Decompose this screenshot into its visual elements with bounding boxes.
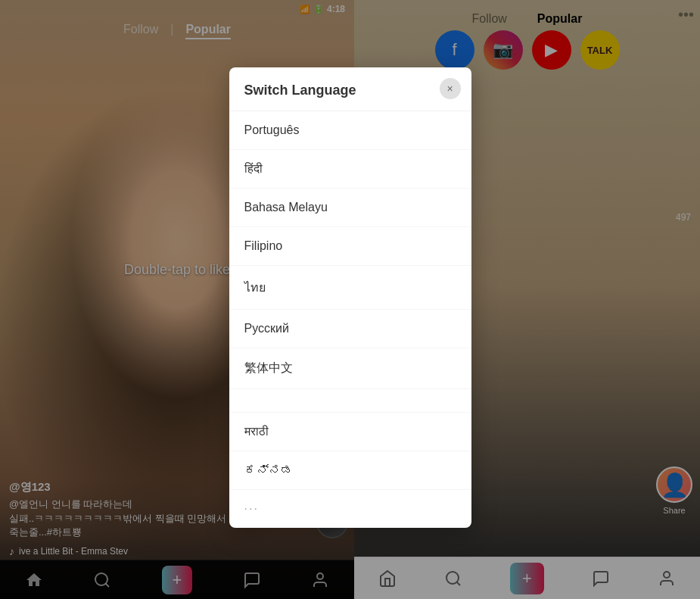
language-item-separator: [229, 389, 471, 413]
language-label: ಕನ್ನಡ: [244, 463, 293, 476]
language-label: 繁体中文: [244, 361, 293, 374]
language-item-russian[interactable]: Русский: [229, 310, 471, 348]
language-label: Русский: [244, 322, 289, 335]
switch-language-modal: Switch Language × Português हिंदी Bahasa…: [229, 67, 471, 528]
language-item-thai[interactable]: ไทย: [229, 266, 471, 310]
language-item-kannada[interactable]: ಕನ್ನಡ: [229, 451, 471, 490]
language-label: ···: [244, 502, 259, 515]
close-icon: ×: [446, 83, 453, 95]
language-item-more[interactable]: ···: [229, 490, 471, 528]
language-item-malay[interactable]: Bahasa Melayu: [229, 189, 471, 227]
language-item-portuguese[interactable]: Português: [229, 111, 471, 150]
language-item-marathi[interactable]: मराठी: [229, 413, 471, 451]
language-item-traditional-chinese[interactable]: 繁体中文: [229, 348, 471, 389]
modal-title: Switch Language: [229, 67, 471, 111]
language-label: Português: [244, 123, 300, 136]
language-label: Filipino: [244, 239, 283, 252]
language-label: हिंदी: [244, 162, 263, 175]
modal-overlay[interactable]: Switch Language × Português हिंदी Bahasa…: [0, 0, 700, 599]
language-label: मराठी: [244, 425, 269, 438]
language-label: Bahasa Melayu: [244, 201, 328, 214]
language-item-hindi[interactable]: हिंदी: [229, 150, 471, 189]
language-item-filipino[interactable]: Filipino: [229, 227, 471, 266]
language-label: ไทย: [244, 281, 266, 294]
modal-close-button[interactable]: ×: [440, 78, 461, 99]
